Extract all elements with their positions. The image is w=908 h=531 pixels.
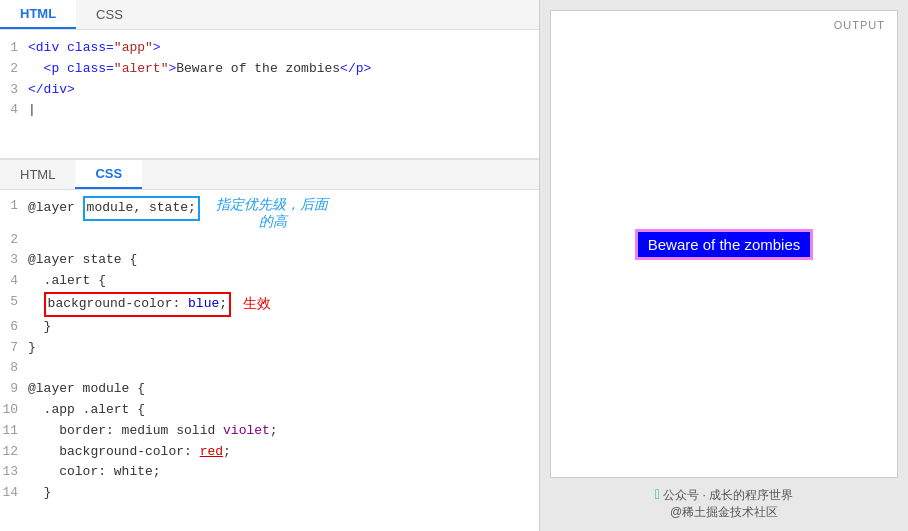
line-number: 7 bbox=[0, 338, 28, 359]
code-content: } bbox=[28, 317, 51, 338]
top-code-area: 1 <div class="app"> 2 <p class="alert">B… bbox=[0, 30, 539, 129]
code-content: <div class="app"> bbox=[28, 38, 161, 59]
line-number: 1 bbox=[0, 38, 28, 59]
code-line: 2 <p class="alert">Beware of the zombies… bbox=[0, 59, 539, 80]
zombie-text-display: Beware of the zombies bbox=[635, 229, 814, 260]
footer:  公众号 · 成长的程序世界 @稀土掘金技术社区 bbox=[550, 486, 898, 521]
code-line-1: 1 @layer module, state; 指定优先级，后面 的高 bbox=[0, 196, 539, 230]
tab-css-bottom[interactable]: CSS bbox=[75, 160, 142, 189]
line-number: 9 bbox=[0, 379, 28, 400]
code-content: .alert { bbox=[28, 271, 106, 292]
tab-html-top[interactable]: HTML bbox=[0, 0, 76, 29]
code-content: } bbox=[28, 338, 36, 359]
code-content: | bbox=[28, 100, 36, 121]
code-line-11: 11 border: medium solid violet; bbox=[0, 421, 539, 442]
code-content: @layer module, state; bbox=[28, 196, 200, 221]
code-content: .app .alert { bbox=[28, 400, 145, 421]
code-line-13: 13 color: white; bbox=[0, 462, 539, 483]
top-tabs: HTML CSS bbox=[0, 0, 539, 30]
code-content: } bbox=[28, 483, 51, 504]
line-number: 4 bbox=[0, 100, 28, 121]
code-line-2: 2 bbox=[0, 230, 539, 251]
code-line-4: 4 .alert { bbox=[0, 271, 539, 292]
line-number: 10 bbox=[0, 400, 28, 421]
output-label: OUTPUT bbox=[834, 19, 885, 31]
line-number: 2 bbox=[0, 230, 28, 251]
code-line-12: 12 background-color: red; bbox=[0, 442, 539, 463]
top-code-block: HTML CSS 1 <div class="app"> 2 <p class=… bbox=[0, 0, 539, 160]
code-line-7: 7 } bbox=[0, 338, 539, 359]
line-number: 1 bbox=[0, 196, 28, 217]
code-line-10: 10 .app .alert { bbox=[0, 400, 539, 421]
code-line-6: 6 } bbox=[0, 317, 539, 338]
left-panel: HTML CSS 1 <div class="app"> 2 <p class=… bbox=[0, 0, 540, 531]
code-line: 3 </div> bbox=[0, 80, 539, 101]
code-line-5: 5 background-color: blue; 生效 bbox=[0, 292, 539, 317]
wechat-icon:  bbox=[655, 486, 660, 502]
code-line-3: 3 @layer state { bbox=[0, 250, 539, 271]
line-number: 2 bbox=[0, 59, 28, 80]
code-line: 1 <div class="app"> bbox=[0, 38, 539, 59]
code-content: border: medium solid violet; bbox=[28, 421, 278, 442]
tab-css-top[interactable]: CSS bbox=[76, 0, 143, 29]
line-number: 4 bbox=[0, 271, 28, 292]
line-number: 8 bbox=[0, 358, 28, 379]
code-line-8: 8 bbox=[0, 358, 539, 379]
code-content: @layer state { bbox=[28, 250, 137, 271]
line-number: 5 bbox=[0, 292, 28, 313]
code-line: 4 | bbox=[0, 100, 539, 121]
output-content: Beware of the zombies bbox=[551, 11, 897, 477]
line-number: 13 bbox=[0, 462, 28, 483]
code-content: </div> bbox=[28, 80, 75, 101]
bottom-tabs: HTML CSS bbox=[0, 160, 539, 190]
code-content: color: white; bbox=[28, 462, 161, 483]
code-content bbox=[28, 358, 36, 379]
tab-html-bottom[interactable]: HTML bbox=[0, 160, 75, 189]
bottom-code-block: HTML CSS 1 @layer module, state; 指定优先级，后… bbox=[0, 160, 539, 531]
bottom-code-area: 1 @layer module, state; 指定优先级，后面 的高 2 3 … bbox=[0, 190, 539, 512]
code-line-9: 9 @layer module { bbox=[0, 379, 539, 400]
code-content: <p class="alert">Beware of the zombies</… bbox=[28, 59, 371, 80]
code-line-14: 14 } bbox=[0, 483, 539, 504]
line-number: 6 bbox=[0, 317, 28, 338]
output-box: OUTPUT Beware of the zombies bbox=[550, 10, 898, 478]
annotation-blue: 指定优先级，后面 的高 bbox=[216, 196, 328, 230]
code-content: background-color: red; bbox=[28, 442, 231, 463]
footer-sub: @稀土掘金技术社区 bbox=[670, 505, 778, 519]
right-panel: OUTPUT Beware of the zombies  公众号 · 成长的… bbox=[540, 0, 908, 531]
red-box: background-color: blue; bbox=[44, 292, 231, 317]
line-number: 11 bbox=[0, 421, 28, 442]
code-content bbox=[28, 230, 36, 251]
annotation-red: 生效 bbox=[243, 292, 271, 314]
line-number: 3 bbox=[0, 250, 28, 271]
line-number: 12 bbox=[0, 442, 28, 463]
footer-text: 公众号 · 成长的程序世界 bbox=[663, 488, 793, 502]
line-number: 3 bbox=[0, 80, 28, 101]
blue-box: module, state; bbox=[83, 196, 200, 221]
code-content: background-color: blue; bbox=[28, 292, 231, 317]
line-number: 14 bbox=[0, 483, 28, 504]
code-content: @layer module { bbox=[28, 379, 145, 400]
